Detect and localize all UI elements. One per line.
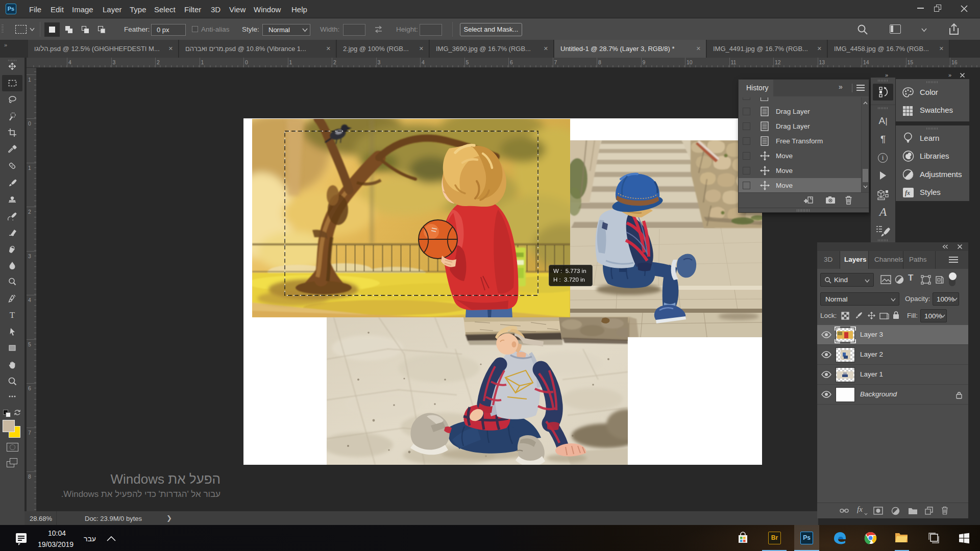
svg-text:fx: fx [905,189,910,196]
svg-text:T: T [10,310,15,319]
